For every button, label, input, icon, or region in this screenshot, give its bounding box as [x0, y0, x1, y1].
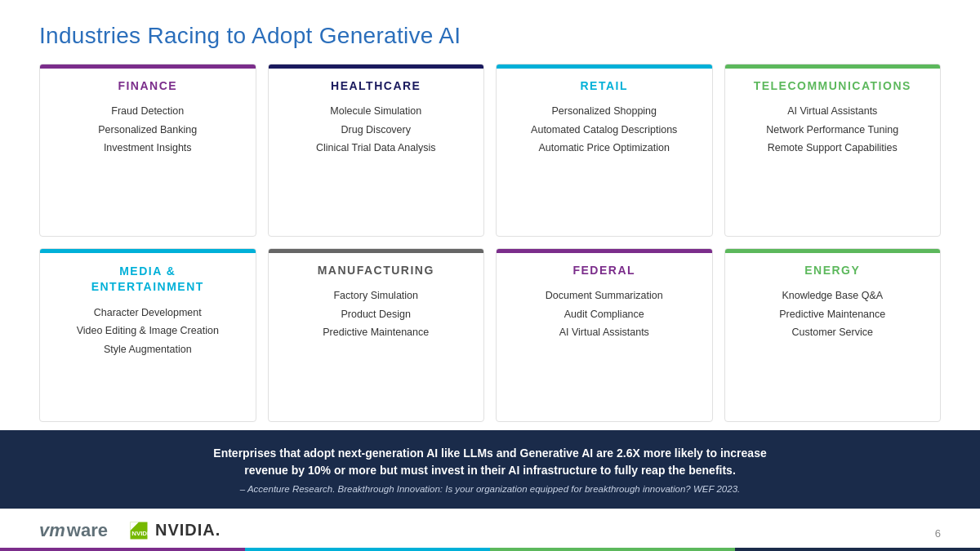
list-item: Personalized Shopping — [505, 102, 704, 121]
list-item: Fraud Detection — [48, 102, 247, 121]
page-number: 6 — [935, 527, 941, 540]
slide: Industries Racing to Adopt Generative AI… — [0, 0, 980, 551]
vmware-vm-text: vm — [39, 520, 65, 541]
card-items-telecom: AI Virtual AssistantsNetwork Performance… — [733, 102, 933, 158]
list-item: Automated Catalog Descriptions — [505, 121, 704, 140]
card-media: MEDIA &ENTERTAINMENTCharacter Developmen… — [39, 248, 256, 421]
card-title-finance: FINANCE — [118, 79, 177, 92]
bottom-bar: vmware NVIDIA NVIDIA. 6 — [0, 509, 980, 551]
card-items-federal: Document SummarizationAudit ComplianceAI… — [505, 287, 704, 342]
list-item: Character Development — [48, 304, 247, 322]
list-item: Investment Insights — [48, 139, 247, 158]
card-title-energy: ENERGY — [804, 264, 860, 277]
footer-bar: Enterprises that adopt next-generation A… — [0, 430, 980, 509]
list-item: Remote Support Capabilities — [733, 139, 933, 158]
card-title-telecom: TELECOMMUNICATIONS — [754, 79, 911, 92]
list-item: Video Editing & Image Creation — [48, 322, 247, 340]
list-item: Clinical Trial Data Analysis — [277, 139, 476, 158]
card-title-manufacturing: MANUFACTURING — [318, 264, 434, 277]
card-manufacturing: MANUFACTURINGFactory SimulationProduct D… — [268, 248, 485, 421]
vmware-ware-text: ware — [67, 520, 108, 541]
list-item: Customer Service — [733, 323, 933, 342]
list-item: Style Augmentation — [48, 340, 247, 359]
card-title-media: MEDIA &ENTERTAINMENT — [91, 264, 204, 293]
card-healthcare: HEALTHCAREMolecule SimulationDrug Discov… — [268, 64, 485, 237]
card-finance: FINANCEFraud DetectionPersonalized Banki… — [39, 64, 256, 237]
card-items-finance: Fraud DetectionPersonalized BankingInves… — [48, 102, 247, 158]
list-item: AI Virtual Assistants — [505, 323, 704, 342]
footer-main-text: Enterprises that adopt next-generation A… — [65, 445, 915, 480]
svg-text:NVIDIA: NVIDIA — [131, 530, 150, 537]
industry-grid: FINANCEFraud DetectionPersonalized Banki… — [39, 64, 941, 422]
card-title-healthcare: HEALTHCARE — [331, 79, 421, 92]
rule-seg3 — [490, 548, 735, 551]
card-retail: RETAILPersonalized ShoppingAutomated Cat… — [496, 64, 713, 237]
list-item: Knowledge Base Q&A — [733, 287, 933, 305]
bottom-rule — [0, 548, 980, 551]
nvidia-icon-svg: NVIDIA — [127, 519, 150, 542]
rule-seg4 — [735, 548, 980, 551]
card-title-federal: FEDERAL — [572, 264, 635, 277]
card-federal: FEDERALDocument SummarizationAudit Compl… — [496, 248, 713, 421]
list-item: AI Virtual Assistants — [733, 102, 933, 121]
rule-seg2 — [245, 548, 490, 551]
card-items-healthcare: Molecule SimulationDrug DiscoveryClinica… — [277, 102, 476, 158]
card-items-retail: Personalized ShoppingAutomated Catalog D… — [505, 102, 704, 158]
card-items-manufacturing: Factory SimulationProduct DesignPredicti… — [277, 287, 476, 342]
nvidia-text: NVIDIA. — [155, 521, 220, 540]
nvidia-logo: NVIDIA NVIDIA. — [127, 519, 220, 542]
rule-seg1 — [0, 548, 245, 551]
vmware-logo: vmware — [39, 520, 108, 541]
card-items-energy: Knowledge Base Q&APredictive Maintenance… — [733, 287, 933, 342]
list-item: Automatic Price Optimization — [505, 139, 704, 158]
list-item: Molecule Simulation — [277, 102, 476, 121]
page-title: Industries Racing to Adopt Generative AI — [39, 23, 941, 49]
footer-citation: – Accenture Research. Breakthrough Innov… — [65, 484, 915, 494]
list-item: Audit Compliance — [505, 305, 704, 324]
list-item: Drug Discovery — [277, 121, 476, 140]
list-item: Network Performance Tuning — [733, 121, 933, 140]
card-telecom: TELECOMMUNICATIONSAI Virtual AssistantsN… — [724, 64, 942, 237]
list-item: Product Design — [277, 305, 476, 324]
list-item: Document Summarization — [505, 287, 704, 305]
card-energy: ENERGYKnowledge Base Q&APredictive Maint… — [724, 248, 942, 421]
card-items-media: Character DevelopmentVideo Editing & Ima… — [48, 304, 247, 359]
list-item: Predictive Maintenance — [277, 323, 476, 342]
list-item: Personalized Banking — [48, 121, 247, 140]
card-title-retail: RETAIL — [580, 79, 628, 92]
list-item: Factory Simulation — [277, 287, 476, 305]
list-item: Predictive Maintenance — [733, 305, 933, 324]
